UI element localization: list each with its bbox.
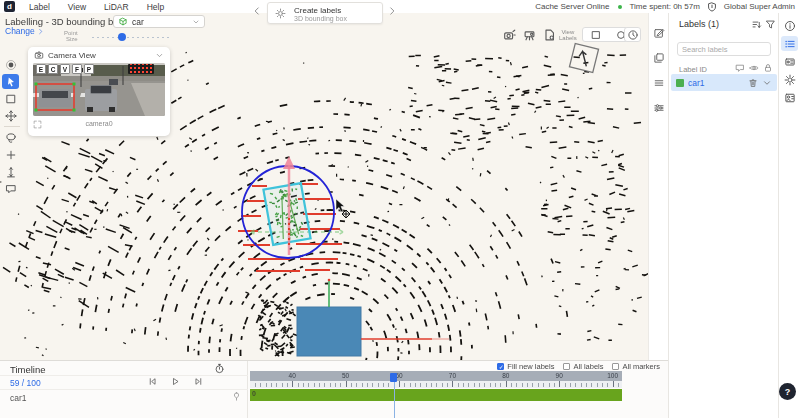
sort-icon[interactable] xyxy=(751,19,762,30)
stopwatch-icon[interactable] xyxy=(214,363,225,374)
playback-controls xyxy=(148,377,203,386)
frame-counter: 59 / 100 xyxy=(10,378,41,388)
filter-settings-icon[interactable] xyxy=(653,102,665,114)
north-indicator-icon[interactable] xyxy=(569,43,598,72)
ruler-label: 80 xyxy=(502,372,509,379)
track-start-label: 0 xyxy=(252,390,256,397)
timeline-panel: Timeline 59 / 100 car1 Fill new labelsAl… xyxy=(0,360,668,418)
camera-image[interactable]: ECVFP xyxy=(33,63,165,116)
point-size-label: PointSize xyxy=(64,30,78,42)
height-tool[interactable] xyxy=(2,164,19,179)
camera-panel-title: Camera View xyxy=(48,51,151,60)
change-recipe-link[interactable]: Change xyxy=(5,26,44,36)
point-size-slider[interactable] xyxy=(92,36,170,39)
lasso-tool[interactable] xyxy=(2,130,19,145)
history-icon xyxy=(627,29,639,41)
ruler-label: 40 xyxy=(289,372,296,379)
next-frame-button[interactable] xyxy=(194,377,203,386)
time-spent: Time spent: 0h 57m xyxy=(629,2,699,11)
prev-frame-button[interactable] xyxy=(148,377,157,386)
status-area: Cache Server Online Time spent: 0h 57m G… xyxy=(535,2,800,12)
timeline-title: Timeline xyxy=(10,364,46,375)
contact-card-icon[interactable] xyxy=(781,90,798,105)
chevron-down-icon xyxy=(192,18,200,26)
chevron-right-icon[interactable] xyxy=(387,6,397,16)
label-class-dropdown[interactable]: car xyxy=(113,15,205,28)
label-color-swatch xyxy=(676,79,684,87)
camera-caption: camera0 xyxy=(28,120,170,127)
play-button[interactable] xyxy=(171,377,180,386)
point-tool[interactable] xyxy=(2,57,19,72)
gear-icon xyxy=(275,8,286,19)
app-window: d LabelViewLiDARHelp Cache Server Online… xyxy=(0,0,800,418)
caret-right-icon xyxy=(37,28,44,35)
camera-views-icon[interactable] xyxy=(502,28,517,42)
menu-item-view[interactable]: View xyxy=(68,2,86,12)
class-dropdown-value: car xyxy=(132,17,144,27)
list-view-icon[interactable] xyxy=(653,77,665,89)
comment-tool[interactable] xyxy=(2,181,19,196)
transform-tool-icon xyxy=(5,76,17,88)
point-tool-icon xyxy=(5,59,17,71)
label-row-car1[interactable]: car1 xyxy=(671,74,777,91)
all-labels-checkbox[interactable]: All labels xyxy=(563,362,603,371)
labels-panel-title: Labels (1) xyxy=(679,19,719,29)
pin-icon[interactable] xyxy=(232,392,241,401)
annotations-list-icon[interactable] xyxy=(781,36,798,51)
info-icon[interactable] xyxy=(781,18,798,33)
fiducial-tile: E xyxy=(36,64,46,74)
label-id-header: Label ID xyxy=(679,65,707,74)
server-status: Cache Server Online xyxy=(535,2,609,11)
move-tool[interactable] xyxy=(2,108,19,123)
timeline-track-car1[interactable]: 0 xyxy=(250,389,622,401)
ruler-label: 90 xyxy=(556,372,563,379)
instruction-card: Create labels 3D bounding box xyxy=(267,2,383,24)
search-input[interactable] xyxy=(677,42,771,56)
zoom-in-tool[interactable] xyxy=(2,147,19,162)
layers-icon[interactable] xyxy=(653,52,665,64)
menu-item-help[interactable]: Help xyxy=(147,2,164,12)
app-logo[interactable]: d xyxy=(4,1,15,12)
menu-item-lidar[interactable]: LiDAR xyxy=(104,2,129,12)
side-tool-strip xyxy=(648,13,668,360)
history-button[interactable] xyxy=(624,27,641,42)
user-role[interactable]: Global Super Admin xyxy=(724,2,795,11)
timeline-ticks xyxy=(250,381,622,388)
projector-icon[interactable] xyxy=(522,28,537,42)
camera-view-panel[interactable]: Camera View xyxy=(28,47,170,136)
transform-tool[interactable] xyxy=(2,74,19,89)
chevron-left-icon[interactable] xyxy=(252,6,262,16)
edit-annotation-icon[interactable] xyxy=(653,27,665,39)
settings-icon[interactable] xyxy=(781,72,798,87)
lasso-tool-icon xyxy=(5,132,17,144)
label-list-header-icons xyxy=(735,63,773,73)
eye-icon[interactable] xyxy=(749,63,759,73)
ruler-label: 100 xyxy=(607,372,618,379)
selected-bounding-box[interactable] xyxy=(263,183,310,245)
trash-icon[interactable] xyxy=(748,78,758,88)
ruler-label: 70 xyxy=(449,372,456,379)
help-button[interactable]: ? xyxy=(779,383,796,400)
row-chevron-down-icon[interactable] xyxy=(762,78,772,88)
box-tool[interactable] xyxy=(2,91,19,106)
fill-new-labels-checkbox[interactable]: Fill new labels xyxy=(497,362,554,371)
playhead-marker[interactable] xyxy=(390,373,397,382)
fiducial-tile: C xyxy=(48,64,58,74)
class-cube-icon xyxy=(118,17,128,27)
lock-icon[interactable] xyxy=(763,63,773,73)
menu-item-label[interactable]: Label xyxy=(29,2,50,12)
led-sign xyxy=(128,64,154,74)
cursor-pointer-icon xyxy=(336,199,350,218)
camera-icon xyxy=(34,50,44,60)
collapse-chevron-icon[interactable] xyxy=(155,51,164,60)
id-badge-icon[interactable] xyxy=(781,54,798,69)
comment-bubble-icon[interactable] xyxy=(735,63,745,73)
timeline-ruler[interactable]: 405060708090100 xyxy=(250,371,622,381)
point-size-slider-thumb[interactable] xyxy=(118,33,126,41)
all-markers-checkbox[interactable]: All markers xyxy=(612,362,660,371)
file-settings-icon[interactable] xyxy=(542,28,557,42)
cuboid-tool-icon[interactable] xyxy=(590,29,602,41)
fiducial-tile: V xyxy=(60,64,70,74)
lidar-viewport[interactable]: Labelling - 3D bounding box Change car P… xyxy=(0,13,648,360)
filter-icon[interactable] xyxy=(765,19,776,30)
